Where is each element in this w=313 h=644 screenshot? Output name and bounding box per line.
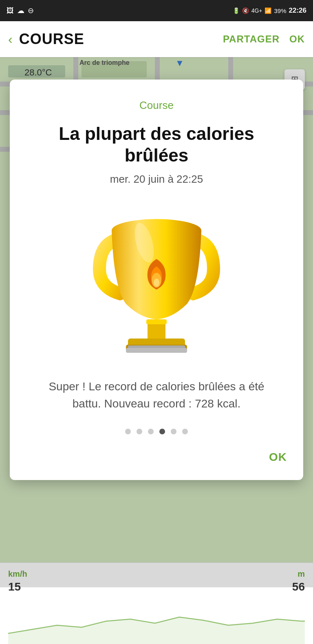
mute-icon: 🔇 xyxy=(242,7,249,14)
signal-icon: 📶 xyxy=(265,7,271,14)
chart-svg xyxy=(8,597,305,644)
modal-overlay: Course La plupart des calories brûlées m… xyxy=(0,57,313,587)
status-bar-left: 🖼 ☁ ⊖ xyxy=(7,6,34,15)
page-dots xyxy=(125,429,188,434)
cloud-icon: ☁ xyxy=(17,6,24,15)
dot-6[interactable] xyxy=(182,429,188,434)
modal-ok-button[interactable]: OK xyxy=(269,451,287,464)
trophy-illustration xyxy=(79,202,234,365)
page-title: COURSE xyxy=(19,31,223,48)
modal-date: mer. 20 juin à 22:25 xyxy=(110,173,203,186)
dot-3[interactable] xyxy=(148,429,154,434)
minus-circle-icon: ⊖ xyxy=(28,6,34,15)
share-button[interactable]: PARTAGER xyxy=(223,33,280,45)
modal-category: Course xyxy=(139,99,174,112)
image-icon: 🖼 xyxy=(7,7,14,15)
nav-bar: ‹ COURSE PARTAGER OK xyxy=(0,21,313,57)
dot-4[interactable] xyxy=(159,429,165,434)
svg-rect-7 xyxy=(126,348,187,353)
modal-title: La plupart des calories brûlées xyxy=(26,123,287,166)
ok-button[interactable]: OK xyxy=(289,33,305,45)
dot-5[interactable] xyxy=(171,429,176,434)
modal-description: Super ! Le record de calories brûlées a … xyxy=(26,378,287,412)
time-display: 22:26 xyxy=(289,7,306,15)
dot-1[interactable] xyxy=(125,429,131,434)
dot-2[interactable] xyxy=(137,429,142,434)
svg-rect-3 xyxy=(146,319,167,324)
status-bar-right: 🔋 🔇 4G+ 📶 39% 22:26 xyxy=(233,7,306,15)
status-bar: 🖼 ☁ ⊖ 🔋 🔇 4G+ 📶 39% 22:26 xyxy=(0,0,313,21)
battery-percent: 39% xyxy=(274,7,286,14)
svg-point-9 xyxy=(154,279,159,287)
back-button[interactable]: ‹ xyxy=(8,32,13,47)
nav-actions: PARTAGER OK xyxy=(223,33,305,45)
achievement-modal: Course La plupart des calories brûlées m… xyxy=(10,80,303,480)
network-label: 4G+ xyxy=(251,7,262,14)
battery-icon: 🔋 xyxy=(233,7,240,14)
